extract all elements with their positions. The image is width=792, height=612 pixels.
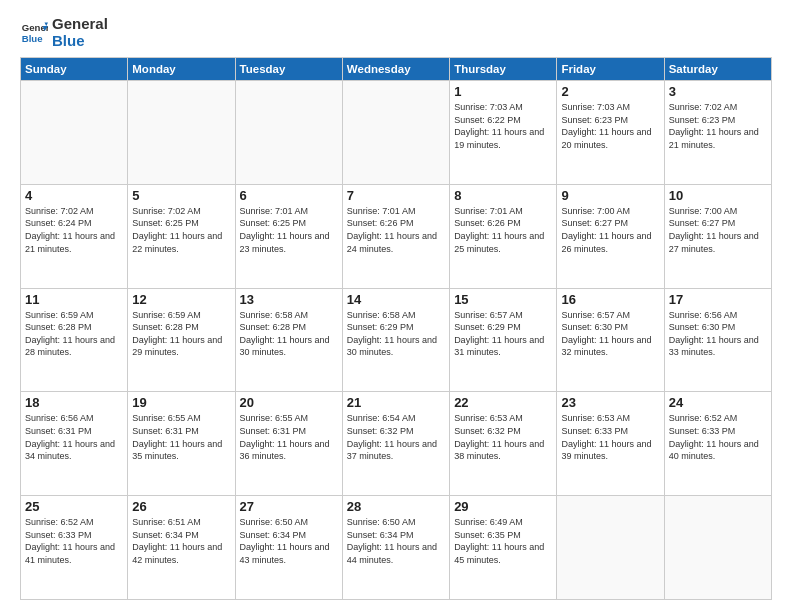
- day-header-saturday: Saturday: [664, 58, 771, 81]
- day-detail: Sunrise: 6:57 AMSunset: 6:29 PMDaylight:…: [454, 309, 552, 359]
- day-detail: Sunrise: 7:02 AMSunset: 6:24 PMDaylight:…: [25, 205, 123, 255]
- calendar-cell: [342, 81, 449, 185]
- day-detail: Sunrise: 6:57 AMSunset: 6:30 PMDaylight:…: [561, 309, 659, 359]
- calendar-cell: 27Sunrise: 6:50 AMSunset: 6:34 PMDayligh…: [235, 496, 342, 600]
- svg-text:Blue: Blue: [22, 32, 43, 43]
- day-detail: Sunrise: 6:55 AMSunset: 6:31 PMDaylight:…: [240, 412, 338, 462]
- calendar-week-2: 4Sunrise: 7:02 AMSunset: 6:24 PMDaylight…: [21, 184, 772, 288]
- day-number: 20: [240, 395, 338, 410]
- day-number: 10: [669, 188, 767, 203]
- calendar-cell: 23Sunrise: 6:53 AMSunset: 6:33 PMDayligh…: [557, 392, 664, 496]
- calendar-cell: 4Sunrise: 7:02 AMSunset: 6:24 PMDaylight…: [21, 184, 128, 288]
- day-number: 12: [132, 292, 230, 307]
- calendar-body: 1Sunrise: 7:03 AMSunset: 6:22 PMDaylight…: [21, 81, 772, 600]
- page: General Blue General Blue SundayMondayTu…: [0, 0, 792, 612]
- day-detail: Sunrise: 7:02 AMSunset: 6:23 PMDaylight:…: [669, 101, 767, 151]
- day-detail: Sunrise: 6:49 AMSunset: 6:35 PMDaylight:…: [454, 516, 552, 566]
- day-detail: Sunrise: 6:52 AMSunset: 6:33 PMDaylight:…: [25, 516, 123, 566]
- calendar-cell: [557, 496, 664, 600]
- day-number: 7: [347, 188, 445, 203]
- calendar-cell: 9Sunrise: 7:00 AMSunset: 6:27 PMDaylight…: [557, 184, 664, 288]
- day-header-wednesday: Wednesday: [342, 58, 449, 81]
- logo-icon: General Blue: [20, 19, 48, 47]
- calendar-cell: [21, 81, 128, 185]
- calendar-cell: 13Sunrise: 6:58 AMSunset: 6:28 PMDayligh…: [235, 288, 342, 392]
- calendar-header-row: SundayMondayTuesdayWednesdayThursdayFrid…: [21, 58, 772, 81]
- logo-blue: Blue: [52, 33, 108, 50]
- day-number: 6: [240, 188, 338, 203]
- day-detail: Sunrise: 6:58 AMSunset: 6:29 PMDaylight:…: [347, 309, 445, 359]
- day-number: 18: [25, 395, 123, 410]
- calendar-week-4: 18Sunrise: 6:56 AMSunset: 6:31 PMDayligh…: [21, 392, 772, 496]
- calendar-cell: 21Sunrise: 6:54 AMSunset: 6:32 PMDayligh…: [342, 392, 449, 496]
- calendar-cell: 7Sunrise: 7:01 AMSunset: 6:26 PMDaylight…: [342, 184, 449, 288]
- day-detail: Sunrise: 6:52 AMSunset: 6:33 PMDaylight:…: [669, 412, 767, 462]
- day-number: 9: [561, 188, 659, 203]
- day-detail: Sunrise: 7:01 AMSunset: 6:26 PMDaylight:…: [347, 205, 445, 255]
- logo-general: General: [52, 16, 108, 33]
- calendar-cell: [128, 81, 235, 185]
- calendar-week-3: 11Sunrise: 6:59 AMSunset: 6:28 PMDayligh…: [21, 288, 772, 392]
- day-detail: Sunrise: 7:03 AMSunset: 6:22 PMDaylight:…: [454, 101, 552, 151]
- calendar-cell: 15Sunrise: 6:57 AMSunset: 6:29 PMDayligh…: [450, 288, 557, 392]
- logo: General Blue General Blue: [20, 16, 108, 49]
- day-number: 22: [454, 395, 552, 410]
- calendar-cell: 14Sunrise: 6:58 AMSunset: 6:29 PMDayligh…: [342, 288, 449, 392]
- calendar-cell: 11Sunrise: 6:59 AMSunset: 6:28 PMDayligh…: [21, 288, 128, 392]
- day-detail: Sunrise: 7:01 AMSunset: 6:26 PMDaylight:…: [454, 205, 552, 255]
- day-detail: Sunrise: 6:55 AMSunset: 6:31 PMDaylight:…: [132, 412, 230, 462]
- calendar-cell: 29Sunrise: 6:49 AMSunset: 6:35 PMDayligh…: [450, 496, 557, 600]
- calendar-cell: 6Sunrise: 7:01 AMSunset: 6:25 PMDaylight…: [235, 184, 342, 288]
- day-number: 11: [25, 292, 123, 307]
- calendar-week-1: 1Sunrise: 7:03 AMSunset: 6:22 PMDaylight…: [21, 81, 772, 185]
- day-number: 25: [25, 499, 123, 514]
- calendar-cell: 12Sunrise: 6:59 AMSunset: 6:28 PMDayligh…: [128, 288, 235, 392]
- calendar: SundayMondayTuesdayWednesdayThursdayFrid…: [20, 57, 772, 600]
- calendar-cell: 19Sunrise: 6:55 AMSunset: 6:31 PMDayligh…: [128, 392, 235, 496]
- calendar-cell: 17Sunrise: 6:56 AMSunset: 6:30 PMDayligh…: [664, 288, 771, 392]
- day-header-friday: Friday: [557, 58, 664, 81]
- day-header-monday: Monday: [128, 58, 235, 81]
- calendar-cell: 16Sunrise: 6:57 AMSunset: 6:30 PMDayligh…: [557, 288, 664, 392]
- day-detail: Sunrise: 7:02 AMSunset: 6:25 PMDaylight:…: [132, 205, 230, 255]
- day-detail: Sunrise: 6:56 AMSunset: 6:30 PMDaylight:…: [669, 309, 767, 359]
- day-detail: Sunrise: 6:50 AMSunset: 6:34 PMDaylight:…: [240, 516, 338, 566]
- day-detail: Sunrise: 6:50 AMSunset: 6:34 PMDaylight:…: [347, 516, 445, 566]
- calendar-cell: 5Sunrise: 7:02 AMSunset: 6:25 PMDaylight…: [128, 184, 235, 288]
- calendar-cell: 26Sunrise: 6:51 AMSunset: 6:34 PMDayligh…: [128, 496, 235, 600]
- day-detail: Sunrise: 6:54 AMSunset: 6:32 PMDaylight:…: [347, 412, 445, 462]
- day-number: 3: [669, 84, 767, 99]
- day-detail: Sunrise: 6:53 AMSunset: 6:33 PMDaylight:…: [561, 412, 659, 462]
- calendar-cell: 24Sunrise: 6:52 AMSunset: 6:33 PMDayligh…: [664, 392, 771, 496]
- calendar-cell: [235, 81, 342, 185]
- header: General Blue General Blue: [20, 16, 772, 49]
- day-number: 5: [132, 188, 230, 203]
- day-detail: Sunrise: 7:00 AMSunset: 6:27 PMDaylight:…: [669, 205, 767, 255]
- calendar-cell: 1Sunrise: 7:03 AMSunset: 6:22 PMDaylight…: [450, 81, 557, 185]
- calendar-cell: 22Sunrise: 6:53 AMSunset: 6:32 PMDayligh…: [450, 392, 557, 496]
- day-detail: Sunrise: 7:00 AMSunset: 6:27 PMDaylight:…: [561, 205, 659, 255]
- day-detail: Sunrise: 6:59 AMSunset: 6:28 PMDaylight:…: [25, 309, 123, 359]
- day-number: 13: [240, 292, 338, 307]
- calendar-cell: 28Sunrise: 6:50 AMSunset: 6:34 PMDayligh…: [342, 496, 449, 600]
- day-number: 4: [25, 188, 123, 203]
- day-number: 27: [240, 499, 338, 514]
- day-detail: Sunrise: 6:51 AMSunset: 6:34 PMDaylight:…: [132, 516, 230, 566]
- day-detail: Sunrise: 6:58 AMSunset: 6:28 PMDaylight:…: [240, 309, 338, 359]
- day-number: 19: [132, 395, 230, 410]
- day-detail: Sunrise: 7:03 AMSunset: 6:23 PMDaylight:…: [561, 101, 659, 151]
- day-number: 2: [561, 84, 659, 99]
- day-number: 15: [454, 292, 552, 307]
- day-header-thursday: Thursday: [450, 58, 557, 81]
- day-number: 24: [669, 395, 767, 410]
- day-number: 28: [347, 499, 445, 514]
- calendar-cell: 2Sunrise: 7:03 AMSunset: 6:23 PMDaylight…: [557, 81, 664, 185]
- day-number: 21: [347, 395, 445, 410]
- day-number: 8: [454, 188, 552, 203]
- day-number: 26: [132, 499, 230, 514]
- calendar-cell: 8Sunrise: 7:01 AMSunset: 6:26 PMDaylight…: [450, 184, 557, 288]
- day-number: 1: [454, 84, 552, 99]
- day-detail: Sunrise: 6:53 AMSunset: 6:32 PMDaylight:…: [454, 412, 552, 462]
- day-header-tuesday: Tuesday: [235, 58, 342, 81]
- day-number: 16: [561, 292, 659, 307]
